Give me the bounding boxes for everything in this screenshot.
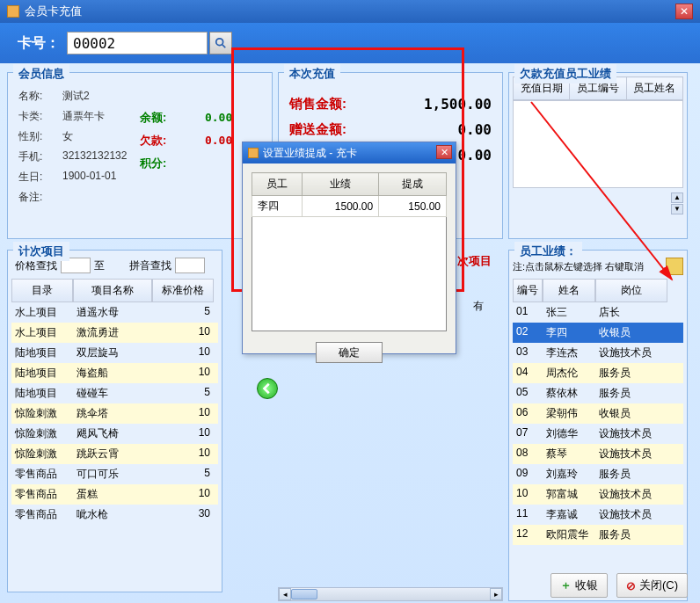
arrears-down-button[interactable]: ▼ xyxy=(671,204,683,214)
items-col-name[interactable]: 项目名称 xyxy=(73,279,152,302)
modal-cell-perf: 1500.00 xyxy=(303,196,379,217)
modal-col-comm[interactable]: 提成 xyxy=(379,173,447,196)
items-cell-name: 飓风飞椅 xyxy=(73,424,152,444)
member-name-value: 测试2 xyxy=(62,89,90,104)
items-row[interactable]: 零售商品可口可乐5 xyxy=(11,464,218,484)
pinyin-search-input[interactable] xyxy=(175,258,205,273)
member-birth-label: 生日: xyxy=(18,170,62,185)
items-row[interactable]: 惊险刺激跳伞塔10 xyxy=(11,403,218,424)
emp-row[interactable]: 04周杰伦服务员 xyxy=(513,363,683,383)
emp-row[interactable]: 12欧阳震华服务员 xyxy=(513,525,683,545)
emp-row[interactable]: 09刘嘉玲服务员 xyxy=(513,464,683,484)
window-close-button[interactable]: ✕ xyxy=(675,4,693,19)
items-cell-name: 跳伞塔 xyxy=(73,403,152,424)
emp-row[interactable]: 01张三店长 xyxy=(513,302,683,323)
modal-list-area xyxy=(252,217,447,331)
items-col-dir[interactable]: 目录 xyxy=(11,279,73,302)
emp-col-no[interactable]: 编号 xyxy=(513,279,543,302)
cashier-button-label: 收银 xyxy=(575,578,598,593)
sale-amount-label: 销售金额: xyxy=(289,96,346,113)
recharge-title: 本次充值 xyxy=(284,64,340,84)
sale-amount-value: 1,500.00 xyxy=(395,96,492,113)
emp-cell-name: 蔡琴 xyxy=(543,444,595,464)
items-cell-price: 5 xyxy=(152,383,214,403)
modal-col-perf[interactable]: 业绩 xyxy=(303,173,379,196)
emp-row[interactable]: 08蔡琴设施技术员 xyxy=(513,444,683,464)
items-row[interactable]: 陆地项目双层旋马10 xyxy=(11,343,218,363)
card-search-bar: 卡号： xyxy=(0,23,700,63)
arrears-up-button[interactable]: ▲ xyxy=(671,193,683,203)
items-cell-dir: 零售商品 xyxy=(11,505,73,525)
emp-row[interactable]: 06梁朝伟收银员 xyxy=(513,403,683,424)
emp-row[interactable]: 07刘德华设施技术员 xyxy=(513,424,683,444)
modal-close-button[interactable]: ✕ xyxy=(436,145,452,159)
emp-row[interactable]: 11李嘉诚设施技术员 xyxy=(513,505,683,525)
emp-col-post[interactable]: 岗位 xyxy=(595,279,667,302)
items-cell-price: 10 xyxy=(152,323,214,343)
emp-cell-no: 01 xyxy=(513,302,543,323)
items-cell-price: 10 xyxy=(152,424,214,444)
items-row[interactable]: 水上项目激流勇进10 xyxy=(11,323,218,343)
member-type-label: 卡类: xyxy=(18,109,62,124)
emp-row[interactable]: 02李四收银员 xyxy=(513,323,683,343)
search-button[interactable] xyxy=(209,32,232,54)
emp-cell-post: 设施技术员 xyxy=(595,484,667,505)
emp-cell-name: 刘嘉玲 xyxy=(543,464,595,484)
back-button[interactable] xyxy=(257,378,278,399)
has-items-label: 次项目 xyxy=(457,253,492,269)
items-cell-name: 呲水枪 xyxy=(73,505,152,525)
items-row[interactable]: 零售商品呲水枪30 xyxy=(11,505,218,525)
emp-cell-name: 梁朝伟 xyxy=(543,403,595,424)
member-phone-value: 32132132132 xyxy=(62,149,127,164)
scroll-left-button[interactable]: ◂ xyxy=(279,588,291,600)
items-row[interactable]: 陆地项目海盗船10 xyxy=(11,363,218,383)
items-cell-dir: 陆地项目 xyxy=(11,363,73,383)
hand-icon[interactable] xyxy=(666,258,683,275)
items-cell-price: 10 xyxy=(152,444,214,464)
points-label: 积分: xyxy=(140,156,166,170)
cashier-button[interactable]: ＋收银 xyxy=(551,573,608,598)
items-row[interactable]: 陆地项目碰碰车5 xyxy=(11,383,218,403)
arrears-value: 0.00 xyxy=(205,134,232,147)
window-titlebar[interactable]: 会员卡充值 xyxy=(0,0,700,23)
modal-ok-button[interactable]: 确定 xyxy=(316,342,383,363)
emp-cell-no: 08 xyxy=(513,444,543,464)
close-button-label: 关闭(C) xyxy=(639,578,678,593)
items-row[interactable]: 惊险刺激飓风飞椅10 xyxy=(11,424,218,444)
items-cell-dir: 零售商品 xyxy=(11,464,73,484)
member-birth-value: 1900-01-01 xyxy=(62,170,116,185)
emp-cell-post: 服务员 xyxy=(595,363,667,383)
balance-label: 余额: xyxy=(140,111,166,124)
emp-col-name[interactable]: 姓名 xyxy=(543,279,595,302)
items-col-price[interactable]: 标准价格 xyxy=(152,279,214,302)
items-cell-name: 蛋糕 xyxy=(73,484,152,505)
items-cell-name: 可口可乐 xyxy=(73,464,152,484)
modal-row[interactable]: 李四 1500.00 150.00 xyxy=(252,196,447,217)
card-number-input[interactable] xyxy=(67,32,208,54)
emp-row[interactable]: 10郭富城设施技术员 xyxy=(513,484,683,505)
emp-cell-post: 服务员 xyxy=(595,383,667,403)
employee-perf-title: 员工业绩： xyxy=(514,242,582,261)
emp-row[interactable]: 05蔡依林服务员 xyxy=(513,383,683,403)
middle-hscrollbar[interactable]: ◂ ▸ xyxy=(278,587,503,601)
emp-body: 01张三店长02李四收银员03李连杰设施技术员04周杰伦服务员05蔡依林服务员0… xyxy=(513,302,683,545)
emp-cell-name: 刘德华 xyxy=(543,424,595,444)
emp-cell-name: 李嘉诚 xyxy=(543,505,595,525)
emp-cell-no: 04 xyxy=(513,363,543,383)
items-cell-price: 10 xyxy=(152,403,214,424)
items-row[interactable]: 水上项目逍遥水母5 xyxy=(11,302,218,323)
arrears-label: 欠款: xyxy=(140,134,166,147)
scroll-thumb[interactable] xyxy=(291,589,317,599)
modal-titlebar[interactable]: 设置业绩提成 - 充卡 xyxy=(243,142,456,163)
items-row[interactable]: 惊险刺激跳跃云霄10 xyxy=(11,444,218,464)
modal-cell-emp: 李四 xyxy=(252,196,303,217)
emp-row[interactable]: 03李连杰设施技术员 xyxy=(513,343,683,363)
emp-cell-post: 设施技术员 xyxy=(595,505,667,525)
plus-icon: ＋ xyxy=(560,578,572,593)
close-button[interactable]: ⊘关闭(C) xyxy=(616,573,688,598)
modal-col-emp[interactable]: 员工 xyxy=(252,173,303,196)
scroll-right-button[interactable]: ▸ xyxy=(490,588,502,600)
items-cell-dir: 陆地项目 xyxy=(11,383,73,403)
items-row[interactable]: 零售商品蛋糕10 xyxy=(11,484,218,505)
arrears-col-empname[interactable]: 员工姓名 xyxy=(626,77,682,100)
